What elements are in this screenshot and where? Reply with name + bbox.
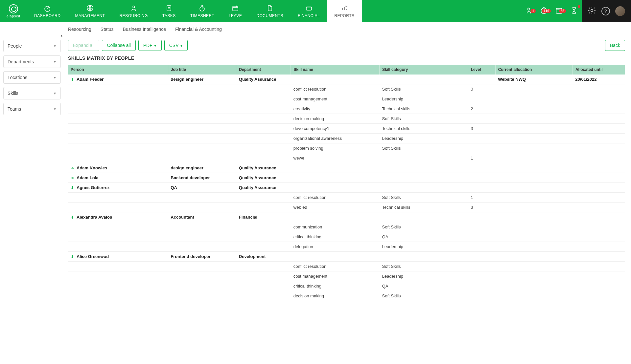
table-row: ⬇Adam Feederdesign engineerQuality Assur…	[68, 75, 625, 84]
filter-sidebar: People▼ Departments▼ Locations▼ Skills▼ …	[0, 36, 64, 308]
chevron-down-icon: ▼	[53, 44, 57, 48]
col-person[interactable]: Person	[68, 65, 168, 75]
svg-point-7	[528, 8, 530, 10]
skill-name: conflict resolution	[291, 84, 380, 94]
skill-category: Soft Skills	[380, 143, 468, 153]
col-skill-name[interactable]: Skill name	[291, 65, 380, 75]
main-layout: People▼ Departments▼ Locations▼ Skills▼ …	[0, 36, 631, 308]
nav-management[interactable]: MANAGEMENT	[68, 0, 112, 22]
hourglass-button[interactable]	[567, 6, 582, 16]
alert-dot	[578, 5, 580, 8]
nav-reports[interactable]: REPORTS	[327, 0, 362, 22]
job-title: design engineer	[168, 75, 236, 84]
export-csv-button[interactable]: CSV▼	[164, 40, 188, 51]
nav-label: DASHBOARD	[34, 13, 61, 18]
svg-point-2	[133, 6, 135, 8]
settings-button[interactable]	[588, 6, 596, 16]
col-allocated-until[interactable]: Allocated until	[573, 65, 625, 75]
skill-level	[468, 134, 495, 143]
allocated-until	[573, 183, 625, 193]
filter-departments[interactable]: Departments▼	[3, 55, 61, 68]
table-row: creativityTechnical skills2	[68, 104, 625, 114]
skill-name: cost management	[291, 271, 380, 281]
person-name: Adam Feeder	[77, 77, 104, 82]
nav-financial[interactable]: FINANCIAL	[291, 0, 327, 22]
skill-level: 1	[468, 153, 495, 163]
back-button[interactable]: Back	[605, 40, 625, 51]
nav-tasks[interactable]: TASKS	[155, 0, 183, 22]
skill-level	[468, 271, 495, 281]
person-name: Agnes Gutierrez	[77, 185, 109, 190]
page-title: SKILLS MATRIX BY PEOPLE	[68, 55, 625, 61]
department: Quality Assurance	[236, 75, 291, 84]
subtab-financial-accounting[interactable]: Financial & Accounting	[175, 25, 222, 33]
arrow-right-icon[interactable]: ➔	[71, 166, 75, 170]
person-name: Alice Greenwod	[77, 254, 109, 259]
table-row: cost managementLeadership	[68, 94, 625, 104]
sub-tabs: ⟵ Resourcing Status Business Intelligenc…	[0, 22, 631, 36]
job-title: design engineer	[168, 163, 236, 173]
table-row: cost managementLeadership	[68, 271, 625, 281]
skill-level	[468, 242, 495, 252]
user-avatar[interactable]	[615, 6, 625, 16]
arrow-down-icon[interactable]: ⬇	[71, 185, 75, 190]
arrow-down-icon[interactable]: ⬇	[71, 254, 75, 259]
brand-name: elapseit	[7, 14, 20, 18]
csv-label: CSV	[169, 43, 179, 48]
filter-label: Locations	[8, 75, 27, 80]
department: Quality Assurance	[236, 163, 291, 173]
col-level[interactable]: Level	[468, 65, 495, 75]
collapse-all-button[interactable]: Collapse all	[102, 40, 135, 51]
brand-logo[interactable]: elapseit	[0, 0, 27, 22]
subtab-resourcing[interactable]: Resourcing	[68, 25, 91, 33]
filter-teams[interactable]: Teams▼	[3, 103, 61, 115]
collapse-sidebar-button[interactable]: ⟵	[61, 32, 68, 39]
allocated-until	[573, 163, 625, 173]
export-pdf-button[interactable]: PDF▼	[138, 40, 162, 51]
skill-name: conflict resolution	[291, 262, 380, 271]
expand-all-button[interactable]: Expand all	[68, 40, 99, 51]
department: Quality Assurance	[236, 183, 291, 193]
skill-name: web ed	[291, 203, 380, 212]
notifications-button[interactable]: 1	[521, 6, 536, 16]
nav-leave[interactable]: LEAVE	[222, 0, 249, 22]
arrow-down-icon[interactable]: ⬇	[71, 215, 75, 220]
table-row: decision makingSoft Skills	[68, 114, 625, 124]
filter-skills[interactable]: Skills▼	[3, 87, 61, 99]
skill-category: Technical skills	[380, 124, 468, 134]
nav-resourcing[interactable]: RESOURCING	[112, 0, 155, 22]
arrow-right-icon[interactable]: ➔	[71, 176, 75, 180]
col-department[interactable]: Department	[236, 65, 291, 75]
skill-level	[468, 281, 495, 291]
logo-icon	[9, 4, 18, 13]
skill-category: Soft Skills	[380, 291, 468, 301]
stopwatch-icon	[198, 4, 206, 12]
filter-people[interactable]: People▼	[3, 40, 61, 52]
schedule-button[interactable]: 86	[551, 6, 567, 16]
nav-right: 1 116 86 ?	[521, 0, 631, 22]
chart-icon	[340, 4, 348, 12]
help-button[interactable]: ?	[601, 7, 610, 15]
skill-category: Technical skills	[380, 104, 468, 114]
skill-name: decision making	[291, 114, 380, 124]
nav-label: TASKS	[162, 13, 176, 18]
skill-category: Soft Skills	[380, 222, 468, 232]
person-name: Adam Lola	[77, 175, 98, 180]
col-current-allocation[interactable]: Current allocation	[495, 65, 573, 75]
person-name: Alexandra Avalos	[77, 215, 112, 220]
hourglass-icon	[570, 6, 578, 15]
subtab-business-intelligence[interactable]: Business Intelligence	[123, 25, 166, 33]
nav-dashboard[interactable]: DASHBOARD	[27, 0, 68, 22]
timer-button[interactable]: 116	[536, 6, 551, 16]
calendar-icon	[231, 4, 239, 12]
subtab-status[interactable]: Status	[101, 25, 114, 33]
nav-timesheet[interactable]: TIMESHEET	[183, 0, 222, 22]
table-row: critical thinkingQA	[68, 281, 625, 291]
col-job-title[interactable]: Job title	[168, 65, 236, 75]
col-skill-category[interactable]: Skill category	[380, 65, 468, 75]
nav-documents[interactable]: DOCUMENTS	[249, 0, 291, 22]
arrow-down-icon[interactable]: ⬇	[71, 77, 75, 82]
table-row: wewe1	[68, 153, 625, 163]
filter-locations[interactable]: Locations▼	[3, 71, 61, 84]
chevron-down-icon: ▼	[53, 76, 57, 79]
